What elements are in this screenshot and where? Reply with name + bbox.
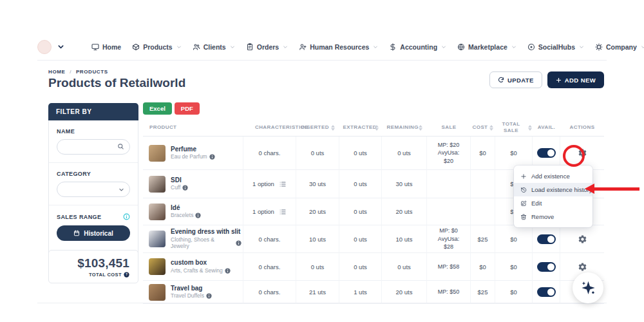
column-header-label: REMAINING bbox=[387, 124, 417, 131]
nav-item-products[interactable]: Products bbox=[132, 43, 182, 51]
assistant-fab-button[interactable] bbox=[573, 272, 603, 303]
menu-item-remove[interactable]: Remove bbox=[514, 210, 592, 223]
nav-item-label: SocialHubs bbox=[538, 43, 575, 51]
extracted-cell: 1 uts bbox=[339, 281, 382, 304]
menu-item-label: Load existence history bbox=[531, 186, 592, 193]
info-icon[interactable] bbox=[123, 213, 130, 220]
info-filled-icon[interactable] bbox=[182, 185, 188, 191]
availability-toggle[interactable] bbox=[537, 262, 556, 272]
column-header-label: TOTAL SALE bbox=[497, 121, 526, 133]
list-icon[interactable] bbox=[279, 208, 287, 216]
cost-cell: $25 bbox=[471, 225, 495, 253]
select-caret-icon bbox=[118, 187, 124, 193]
cost-cell: $0 bbox=[471, 137, 495, 170]
remaining-cell: 30 uts bbox=[382, 170, 427, 198]
availability-toggle[interactable] bbox=[537, 148, 556, 158]
row-settings-gear-button[interactable] bbox=[578, 234, 587, 244]
row-settings-gear-button[interactable] bbox=[578, 262, 587, 272]
characteristics-value: 0 chars. bbox=[259, 263, 281, 270]
total-sale-cell: $0 bbox=[495, 281, 533, 304]
nav-item-label: Clients bbox=[204, 43, 226, 51]
caret-down-icon bbox=[373, 44, 378, 50]
update-button[interactable]: UPDATE bbox=[489, 71, 542, 88]
nav-item-orders[interactable]: Orders bbox=[246, 43, 288, 51]
column-header-remaining[interactable]: REMAINING bbox=[382, 119, 427, 137]
sort-arrows-icon[interactable] bbox=[375, 125, 379, 131]
nav-item-company[interactable]: Company bbox=[595, 43, 644, 51]
column-header-extracted[interactable]: EXTRACTED bbox=[339, 119, 382, 137]
column-header-total_sale[interactable]: TOTAL SALE bbox=[495, 119, 533, 137]
column-header-cost[interactable]: COST bbox=[471, 119, 495, 137]
nav-item-human-resources[interactable]: Human Resources bbox=[299, 43, 378, 51]
historical-button[interactable]: Historical bbox=[57, 225, 130, 241]
plus-icon bbox=[556, 77, 562, 83]
filter-by-header: FILTER BY bbox=[48, 103, 138, 120]
product-name: custom box bbox=[171, 259, 231, 267]
name-filter-label: NAME bbox=[57, 128, 130, 135]
column-header-actions: ACTIONS bbox=[560, 119, 604, 137]
cost-cell: $25 bbox=[471, 281, 495, 304]
menu-item-load-existence-history[interactable]: Load existence history bbox=[514, 183, 592, 196]
extracted-cell: 0 uts bbox=[339, 253, 382, 281]
company-icon bbox=[595, 43, 603, 51]
characteristics-value: 1 option bbox=[252, 208, 274, 215]
remaining-cell: 10 uts bbox=[382, 225, 427, 253]
characteristics-cell: 0 chars. bbox=[243, 225, 296, 253]
column-header-label: INSERTED bbox=[301, 124, 329, 131]
menu-item-edit[interactable]: Edit bbox=[514, 196, 592, 210]
company-logo[interactable] bbox=[37, 40, 52, 54]
nav-item-clients[interactable]: Clients bbox=[193, 43, 235, 51]
product-thumbnail bbox=[149, 145, 166, 162]
product-thumbnail bbox=[149, 176, 166, 193]
export-pdf-button[interactable]: PDF bbox=[175, 102, 200, 115]
info-filled-icon[interactable] bbox=[225, 268, 231, 274]
total-cost-label: TOTAL COST bbox=[89, 272, 122, 278]
remaining-cell: 0 uts bbox=[382, 137, 427, 170]
nav-item-accounting[interactable]: Accounting bbox=[389, 43, 446, 51]
sort-arrows-icon[interactable] bbox=[489, 125, 493, 131]
total-cost-card: $103,451 TOTAL COST ? bbox=[48, 250, 138, 283]
nav-item-label: Accounting bbox=[400, 43, 437, 51]
menu-item-add-existence[interactable]: Add existence bbox=[514, 169, 592, 183]
info-filled-icon[interactable] bbox=[206, 293, 212, 299]
nav-item-home[interactable]: Home bbox=[91, 43, 121, 51]
caret-down-icon bbox=[176, 44, 182, 50]
characteristics-cell: 1 option bbox=[243, 170, 296, 198]
column-header-inserted[interactable]: INSERTED bbox=[296, 119, 339, 137]
sale-prices: MP: $20AvyUsa:$20 bbox=[438, 141, 460, 166]
sort-arrows-icon[interactable] bbox=[419, 125, 422, 131]
nav-item-marketplace[interactable]: Marketplace bbox=[457, 43, 516, 51]
breadcrumb-home[interactable]: HOME bbox=[48, 69, 65, 75]
plus-icon bbox=[520, 173, 527, 180]
globe-icon bbox=[457, 43, 465, 51]
logo-chevron-down-icon[interactable] bbox=[57, 43, 64, 50]
characteristics-cell: 1 option bbox=[243, 198, 296, 225]
avail-cell bbox=[533, 225, 560, 253]
nav-item-socialhubs[interactable]: SocialHubs bbox=[527, 43, 584, 51]
sale-prices: MP: $0AvyUsa:$28 bbox=[438, 227, 459, 251]
availability-toggle[interactable] bbox=[537, 234, 556, 244]
help-filled-icon[interactable]: ? bbox=[124, 272, 129, 278]
row-settings-gear-button[interactable] bbox=[578, 148, 587, 158]
info-filled-icon[interactable] bbox=[195, 213, 201, 218]
extracted-cell: 0 uts bbox=[339, 170, 382, 198]
product-cell: PerfumeEau de Parfum bbox=[143, 137, 243, 170]
dollar-icon bbox=[389, 43, 397, 51]
product-name: SDI bbox=[171, 176, 188, 185]
product-thumbnail bbox=[149, 231, 166, 247]
filter-sidebar: FILTER BY NAME CATEGORY SALES RANGE Hist… bbox=[48, 103, 138, 265]
add-new-button[interactable]: ADD NEW bbox=[547, 71, 604, 88]
sparkle-icon bbox=[580, 279, 597, 297]
sort-arrows-icon[interactable] bbox=[528, 125, 532, 131]
product-category: Bracelets bbox=[171, 212, 193, 219]
remaining-cell: 20 uts bbox=[382, 281, 427, 304]
sort-arrows-icon[interactable] bbox=[331, 125, 335, 131]
edit-icon bbox=[520, 200, 527, 207]
availability-toggle[interactable] bbox=[537, 287, 556, 297]
info-filled-icon[interactable] bbox=[236, 240, 242, 246]
export-excel-button[interactable]: Excel bbox=[143, 102, 172, 115]
info-filled-icon[interactable] bbox=[209, 154, 215, 160]
column-header-label: ACTIONS bbox=[570, 124, 595, 131]
breadcrumb-products[interactable]: PRODUCTS bbox=[76, 69, 108, 75]
list-icon[interactable] bbox=[279, 180, 287, 188]
